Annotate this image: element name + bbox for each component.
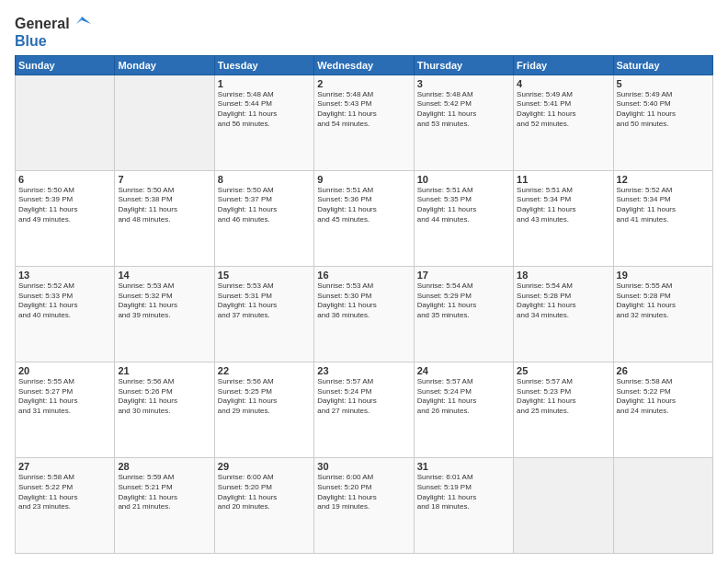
cell-info: Sunrise: 5:55 AM Sunset: 5:27 PM Dayligh… [18,377,111,417]
cell-info: Sunrise: 6:00 AM Sunset: 5:20 PM Dayligh… [317,473,410,512]
weekday-header-sunday: Sunday [16,55,115,75]
cell-info: Sunrise: 5:57 AM Sunset: 5:24 PM Dayligh… [417,377,510,417]
weekday-header-wednesday: Wednesday [314,55,414,75]
day-number: 5 [617,78,710,89]
cell-info: Sunrise: 5:48 AM Sunset: 5:42 PM Dayligh… [417,90,510,130]
cell-info: Sunrise: 5:50 AM Sunset: 5:39 PM Dayligh… [18,186,111,225]
svg-marker-1 [76,17,82,24]
calendar-cell: 7Sunrise: 5:50 AM Sunset: 5:38 PM Daylig… [115,170,214,266]
cell-info: Sunrise: 5:50 AM Sunset: 5:38 PM Dayligh… [118,186,210,225]
calendar-cell: 27Sunrise: 5:58 AM Sunset: 5:22 PM Dayli… [16,457,115,553]
cell-info: Sunrise: 5:48 AM Sunset: 5:43 PM Dayligh… [317,90,410,130]
calendar-cell [514,457,613,553]
day-number: 31 [417,461,510,472]
day-number: 9 [317,174,410,185]
header: General Blue [15,11,713,50]
cell-info: Sunrise: 6:01 AM Sunset: 5:19 PM Dayligh… [417,473,510,512]
cell-info: Sunrise: 5:54 AM Sunset: 5:29 PM Dayligh… [417,282,510,321]
cell-info: Sunrise: 5:56 AM Sunset: 5:25 PM Dayligh… [218,377,311,417]
calendar-cell: 2Sunrise: 5:48 AM Sunset: 5:43 PM Daylig… [314,75,414,170]
svg-marker-0 [82,17,91,24]
day-number: 20 [18,365,111,376]
cell-info: Sunrise: 5:58 AM Sunset: 5:22 PM Dayligh… [617,377,710,417]
weekday-header-saturday: Saturday [613,55,712,75]
calendar-cell: 15Sunrise: 5:53 AM Sunset: 5:31 PM Dayli… [214,266,313,362]
day-number: 28 [118,461,210,472]
cell-info: Sunrise: 5:51 AM Sunset: 5:35 PM Dayligh… [417,186,510,225]
cell-info: Sunrise: 5:51 AM Sunset: 5:34 PM Dayligh… [517,186,609,225]
weekday-header-row: SundayMondayTuesdayWednesdayThursdayFrid… [16,55,713,75]
day-number: 19 [617,270,710,281]
cell-info: Sunrise: 5:49 AM Sunset: 5:40 PM Dayligh… [617,90,710,130]
weekday-header-tuesday: Tuesday [214,55,313,75]
cell-info: Sunrise: 5:57 AM Sunset: 5:23 PM Dayligh… [517,377,609,417]
cell-info: Sunrise: 5:58 AM Sunset: 5:22 PM Dayligh… [18,473,111,512]
calendar-cell: 4Sunrise: 5:49 AM Sunset: 5:41 PM Daylig… [514,75,613,170]
day-number: 23 [317,365,410,376]
calendar-table: SundayMondayTuesdayWednesdayThursdayFrid… [15,55,713,554]
day-number: 17 [417,270,510,281]
calendar-week-1: 6Sunrise: 5:50 AM Sunset: 5:39 PM Daylig… [16,170,713,266]
calendar-cell [115,75,214,170]
calendar-cell: 13Sunrise: 5:52 AM Sunset: 5:33 PM Dayli… [16,266,115,362]
calendar-cell: 31Sunrise: 6:01 AM Sunset: 5:19 PM Dayli… [414,457,513,553]
calendar-cell: 1Sunrise: 5:48 AM Sunset: 5:44 PM Daylig… [214,75,313,170]
cell-info: Sunrise: 5:52 AM Sunset: 5:33 PM Dayligh… [18,282,111,321]
day-number: 27 [18,461,111,472]
calendar-week-4: 27Sunrise: 5:58 AM Sunset: 5:22 PM Dayli… [16,457,713,553]
calendar-cell: 5Sunrise: 5:49 AM Sunset: 5:40 PM Daylig… [613,75,712,170]
calendar-cell: 17Sunrise: 5:54 AM Sunset: 5:29 PM Dayli… [414,266,513,362]
logo-container: General Blue [15,15,91,50]
calendar-cell: 9Sunrise: 5:51 AM Sunset: 5:36 PM Daylig… [314,170,414,266]
cell-info: Sunrise: 5:53 AM Sunset: 5:32 PM Dayligh… [118,282,210,321]
day-number: 21 [118,365,210,376]
day-number: 8 [218,174,311,185]
calendar-cell: 30Sunrise: 6:00 AM Sunset: 5:20 PM Dayli… [314,457,414,553]
logo-blue-text: Blue [15,33,91,50]
calendar-cell: 22Sunrise: 5:56 AM Sunset: 5:25 PM Dayli… [214,362,313,457]
calendar-cell [613,457,712,553]
cell-info: Sunrise: 5:57 AM Sunset: 5:24 PM Dayligh… [317,377,410,417]
logo-bird-icon [73,15,91,33]
calendar-cell: 12Sunrise: 5:52 AM Sunset: 5:34 PM Dayli… [613,170,712,266]
weekday-header-thursday: Thursday [414,55,513,75]
calendar-week-3: 20Sunrise: 5:55 AM Sunset: 5:27 PM Dayli… [16,362,713,457]
day-number: 2 [317,78,410,89]
day-number: 22 [218,365,311,376]
logo-general: General [15,16,70,32]
cell-info: Sunrise: 5:53 AM Sunset: 5:30 PM Dayligh… [317,282,410,321]
day-number: 3 [417,78,510,89]
day-number: 26 [617,365,710,376]
cell-info: Sunrise: 5:54 AM Sunset: 5:28 PM Dayligh… [517,282,609,321]
calendar-cell: 3Sunrise: 5:48 AM Sunset: 5:42 PM Daylig… [414,75,513,170]
day-number: 12 [617,174,710,185]
calendar-cell: 8Sunrise: 5:50 AM Sunset: 5:37 PM Daylig… [214,170,313,266]
cell-info: Sunrise: 5:49 AM Sunset: 5:41 PM Dayligh… [517,90,609,130]
cell-info: Sunrise: 5:59 AM Sunset: 5:21 PM Dayligh… [118,473,210,512]
calendar-cell: 20Sunrise: 5:55 AM Sunset: 5:27 PM Dayli… [16,362,115,457]
day-number: 15 [218,270,311,281]
calendar-cell: 14Sunrise: 5:53 AM Sunset: 5:32 PM Dayli… [115,266,214,362]
weekday-header-monday: Monday [115,55,214,75]
calendar-cell: 24Sunrise: 5:57 AM Sunset: 5:24 PM Dayli… [414,362,513,457]
day-number: 14 [118,270,210,281]
cell-info: Sunrise: 5:50 AM Sunset: 5:37 PM Dayligh… [218,186,311,225]
logo: General Blue [15,15,91,50]
calendar-cell: 25Sunrise: 5:57 AM Sunset: 5:23 PM Dayli… [514,362,613,457]
calendar-cell: 10Sunrise: 5:51 AM Sunset: 5:35 PM Dayli… [414,170,513,266]
calendar-week-0: 1Sunrise: 5:48 AM Sunset: 5:44 PM Daylig… [16,75,713,170]
day-number: 29 [218,461,311,472]
calendar-cell: 6Sunrise: 5:50 AM Sunset: 5:39 PM Daylig… [16,170,115,266]
day-number: 13 [18,270,111,281]
calendar-cell [16,75,115,170]
calendar-cell: 18Sunrise: 5:54 AM Sunset: 5:28 PM Dayli… [514,266,613,362]
day-number: 6 [18,174,111,185]
day-number: 24 [417,365,510,376]
calendar-cell: 26Sunrise: 5:58 AM Sunset: 5:22 PM Dayli… [613,362,712,457]
weekday-header-friday: Friday [514,55,613,75]
calendar-cell: 11Sunrise: 5:51 AM Sunset: 5:34 PM Dayli… [514,170,613,266]
calendar-cell: 21Sunrise: 5:56 AM Sunset: 5:26 PM Dayli… [115,362,214,457]
day-number: 10 [417,174,510,185]
cell-info: Sunrise: 5:51 AM Sunset: 5:36 PM Dayligh… [317,186,410,225]
cell-info: Sunrise: 5:56 AM Sunset: 5:26 PM Dayligh… [118,377,210,417]
